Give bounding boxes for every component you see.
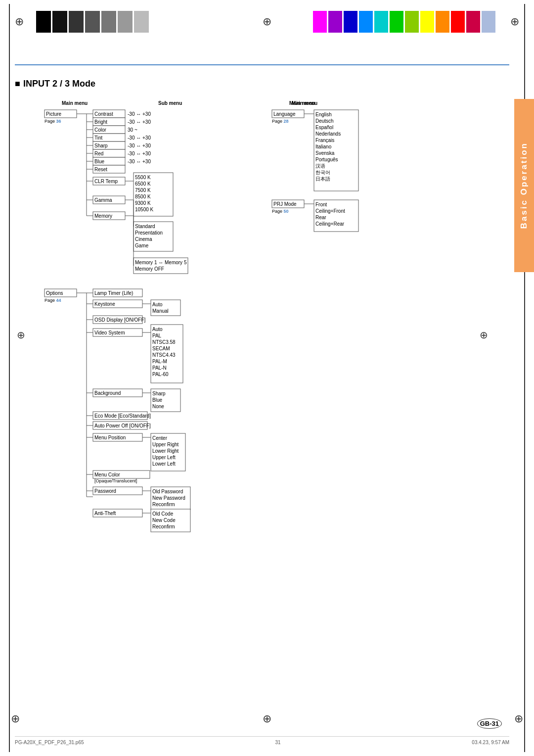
svg-text:New Password: New Password [152, 495, 185, 501]
svg-text:Old Password: Old Password [152, 489, 183, 494]
svg-text:Cinema: Cinema [135, 236, 152, 242]
svg-text:한국어: 한국어 [315, 170, 330, 175]
svg-text:Ceiling+Front: Ceiling+Front [315, 208, 345, 214]
page-number: GB-31 [477, 718, 502, 729]
svg-text:5500 K: 5500 K [135, 175, 151, 180]
svg-text:Español: Español [315, 125, 333, 130]
svg-text:PAL-60: PAL-60 [152, 372, 169, 377]
svg-text:Color: Color [94, 127, 107, 133]
svg-text:汉语: 汉语 [315, 163, 325, 169]
svg-text:Page 50: Page 50 [272, 209, 289, 214]
svg-text:Page 44: Page 44 [44, 298, 61, 303]
svg-text:Background: Background [94, 390, 121, 396]
svg-text:Memory 1 ↔ Memory 5: Memory 1 ↔ Memory 5 [135, 260, 187, 265]
footer-left: PG-A20X_E_PDF_P26_31.p65 [15, 740, 84, 745]
svg-text:New Code: New Code [152, 518, 176, 523]
svg-text:Ceiling+Rear: Ceiling+Rear [315, 221, 345, 227]
svg-text:Sharp: Sharp [152, 391, 166, 396]
svg-text:Menu Color: Menu Color [94, 472, 120, 477]
svg-text:7500 K: 7500 K [135, 188, 151, 193]
crosshair-right: ⊕ [510, 15, 519, 28]
svg-text:Lower Right: Lower Right [152, 448, 179, 454]
svg-text:日本語: 日本語 [315, 176, 330, 182]
crosshair-right-bottom: ⊕ [514, 712, 523, 725]
footer-center: 31 [275, 740, 280, 745]
svg-text:Memory OFF: Memory OFF [135, 266, 164, 272]
svg-text:Main menu: Main menu [289, 100, 315, 106]
svg-text:-30 ↔ +30: -30 ↔ +30 [128, 135, 151, 141]
svg-text:-30 ↔ +30: -30 ↔ +30 [128, 119, 151, 125]
svg-text:30 ~: 30 ~ [128, 127, 137, 133]
svg-text:Upper Left: Upper Left [152, 455, 176, 460]
svg-text:Svenska: Svenska [315, 150, 335, 156]
svg-text:Front: Front [315, 202, 327, 207]
svg-text:Center: Center [152, 435, 168, 441]
svg-text:Anti-Theft: Anti-Theft [94, 511, 116, 516]
side-tab: Basic Operation [514, 99, 534, 272]
svg-text:OSD Display [ON/OFF]: OSD Display [ON/OFF] [94, 317, 146, 323]
left-border [9, 4, 10, 752]
svg-text:-30 ↔ +30: -30 ↔ +30 [128, 151, 151, 156]
svg-text:PAL-N: PAL-N [152, 365, 167, 371]
svg-text:PAL-M: PAL-M [152, 359, 167, 364]
svg-text:PAL: PAL [152, 333, 162, 338]
svg-text:Sub menu: Sub menu [158, 100, 182, 106]
svg-text:Lower Left: Lower Left [152, 461, 176, 467]
crosshair-bottom: ⊕ [263, 712, 271, 725]
svg-text:-30 ↔ +30: -30 ↔ +30 [128, 159, 151, 164]
svg-text:10500 K: 10500 K [135, 207, 154, 212]
svg-text:Presentation: Presentation [135, 230, 163, 236]
svg-text:Red: Red [94, 151, 103, 156]
svg-text:9300 K: 9300 K [135, 200, 151, 206]
svg-text:PRJ Mode: PRJ Mode [273, 201, 297, 207]
svg-text:Options: Options [46, 290, 63, 296]
svg-text:-30 ↔ +30: -30 ↔ +30 [128, 143, 151, 148]
section-title-square: ■ [15, 79, 20, 89]
svg-text:Auto: Auto [152, 302, 163, 307]
footer-right: 03.4.23, 9:57 AM [472, 740, 509, 745]
svg-text:Auto Power Off [ON/OFF]: Auto Power Off [ON/OFF] [94, 423, 151, 428]
svg-text:[Opaque/Translucent]: [Opaque/Translucent] [94, 478, 137, 483]
svg-text:Contrast: Contrast [94, 111, 113, 117]
svg-text:NTSC4.43: NTSC4.43 [152, 352, 176, 358]
color-swatches [313, 11, 495, 33]
svg-text:Page 28: Page 28 [272, 119, 289, 124]
svg-text:Reconfirm: Reconfirm [152, 502, 175, 507]
svg-text:Nederlands: Nederlands [315, 131, 341, 137]
black-blocks [36, 11, 149, 33]
svg-text:Eco Mode [Eco/Standard]: Eco Mode [Eco/Standard] [94, 413, 151, 419]
svg-text:Old Code: Old Code [152, 511, 174, 517]
svg-text:Password: Password [94, 488, 116, 494]
footer: PG-A20X_E_PDF_P26_31.p65 31 03.4.23, 9:5… [15, 736, 509, 745]
svg-text:Português: Português [315, 157, 338, 162]
diagram-svg: Main menu Sub menu Main menu Picture Pag… [15, 96, 499, 551]
section-title: INPUT 2 / 3 Mode [23, 79, 95, 89]
svg-text:Tint: Tint [94, 135, 103, 141]
svg-text:Gamma: Gamma [94, 197, 112, 203]
svg-text:Italiano: Italiano [315, 144, 332, 149]
svg-text:⊕: ⊕ [480, 330, 488, 340]
svg-text:SECAM: SECAM [152, 346, 170, 351]
svg-text:Upper Right: Upper Right [152, 442, 179, 447]
svg-text:Blue: Blue [152, 397, 162, 403]
crosshair-left: ⊕ [15, 15, 24, 28]
svg-text:Video System: Video System [94, 330, 125, 335]
svg-text:None: None [152, 404, 164, 409]
svg-text:NTSC3.58: NTSC3.58 [152, 339, 176, 345]
svg-text:English: English [315, 112, 332, 117]
crosshair-center-top: ⊕ [263, 15, 271, 28]
svg-text:-30 ↔ +30: -30 ↔ +30 [128, 111, 151, 117]
svg-text:Picture: Picture [46, 111, 62, 117]
svg-text:Rear: Rear [315, 215, 326, 220]
svg-text:Reconfirm: Reconfirm [152, 524, 175, 529]
crosshair-left-bottom: ⊕ [11, 712, 20, 725]
svg-text:Deutsch: Deutsch [315, 118, 334, 124]
svg-text:Memory: Memory [94, 213, 112, 219]
hr-line [15, 64, 509, 65]
svg-text:Lamp Timer (Life): Lamp Timer (Life) [94, 290, 133, 296]
svg-text:Keystone: Keystone [94, 301, 115, 307]
svg-text:Menu Position: Menu Position [94, 435, 126, 440]
svg-text:Standard: Standard [135, 224, 155, 229]
svg-text:Auto: Auto [152, 327, 163, 332]
svg-text:Manual: Manual [152, 308, 169, 314]
